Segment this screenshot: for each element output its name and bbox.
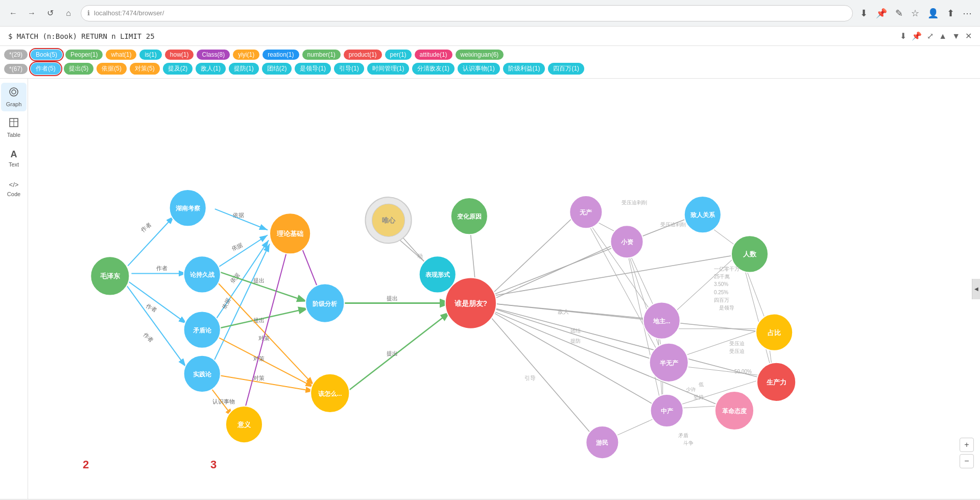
tag-item[interactable]: product(1)	[344, 50, 382, 60]
tag-item[interactable]: *(67)	[4, 64, 28, 74]
query-actions: ⬇ 📌 ⤢ ▲ ▼ ✕	[900, 31, 972, 41]
customize-icon[interactable]: ✎	[893, 6, 905, 21]
sidebar-item-code[interactable]: </>Code	[1, 174, 27, 201]
close-query-icon[interactable]: ✕	[965, 31, 972, 41]
svg-text:人数: 人数	[743, 250, 757, 258]
tag-item[interactable]: Peoper(1)	[65, 50, 103, 60]
tag-item[interactable]: 敌人(1)	[196, 63, 226, 75]
svg-text:作者: 作者	[139, 221, 152, 233]
zoom-in-button[interactable]: +	[960, 438, 974, 452]
svg-text:矛盾论: 矛盾论	[193, 327, 212, 334]
svg-text:依据: 依据	[233, 212, 244, 218]
svg-line-9	[128, 281, 186, 323]
svg-text:作者: 作者	[142, 331, 155, 344]
tag-item[interactable]: Class(8)	[197, 50, 230, 60]
tag-item[interactable]: 提防(1)	[229, 63, 259, 75]
tag-item[interactable]: Book(5)	[31, 50, 62, 60]
tag-item[interactable]: 引导(1)	[334, 63, 364, 75]
tag-item[interactable]: 提出(5)	[64, 63, 94, 75]
tag-item[interactable]: 阶级利益(1)	[503, 63, 545, 75]
svg-text:游民: 游民	[596, 439, 608, 446]
sidebar-item-graph[interactable]: Graph	[1, 83, 27, 111]
tag-item[interactable]: 作者(5)	[31, 63, 61, 75]
svg-text:该怎么...: 该怎么...	[318, 390, 342, 397]
tag-item[interactable]: how(1)	[165, 50, 194, 60]
svg-text:理论基础: 理论基础	[276, 230, 303, 237]
tag-row-1: *(29)Book(5)Peoper(1)what(1)is(1)how(1)C…	[4, 48, 976, 61]
svg-text:中产: 中产	[661, 408, 674, 415]
tag-item[interactable]: 分清敌友(1)	[412, 63, 455, 75]
sidebar-label-code: Code	[7, 191, 20, 197]
tag-item[interactable]: number(1)	[302, 50, 341, 60]
pin-icon[interactable]: 📌	[874, 6, 889, 21]
svg-line-5	[128, 216, 174, 266]
svg-line-49	[488, 309, 662, 409]
tag-item[interactable]: 提及(2)	[163, 63, 193, 75]
tag-item[interactable]: 团结(2)	[262, 63, 292, 75]
svg-text:低: 低	[699, 382, 704, 387]
tag-item[interactable]: what(1)	[106, 50, 136, 60]
svg-text:斗争: 斗争	[683, 440, 694, 446]
svg-text:作者: 作者	[156, 265, 168, 271]
zoom-out-button[interactable]: −	[960, 454, 974, 468]
bookmark-icon[interactable]: ☆	[909, 6, 921, 21]
menu-icon[interactable]: ⋯	[961, 6, 974, 21]
sidebar-icon-code: </>	[9, 178, 19, 189]
svg-text:认识事物: 认识事物	[212, 398, 235, 404]
svg-text:少许: 少许	[686, 387, 696, 392]
svg-text:提出: 提出	[387, 350, 398, 356]
svg-text:是领导: 是领导	[719, 305, 734, 311]
tag-item[interactable]: 认识事物(1)	[458, 63, 500, 75]
svg-text:占比: 占比	[768, 329, 781, 337]
refresh-button[interactable]: ↺	[43, 6, 57, 20]
svg-text:唯心: 唯心	[382, 217, 396, 224]
svg-point-0	[10, 88, 18, 96]
sidebar-icon-table	[9, 117, 19, 130]
tag-row-2: *(67)作者(5)提出(5)依据(5)对策(5)提及(2)敌人(1)提防(1)…	[4, 61, 976, 76]
tag-item[interactable]: 四百万(1)	[548, 63, 584, 75]
tag-item[interactable]: 依据(5)	[97, 63, 127, 75]
graph-svg: 作者 作者 作者 作者 依据 依据 依据 依据 提出	[28, 79, 980, 499]
sidebar-item-text[interactable]: AText	[1, 144, 27, 172]
tag-item[interactable]: 对策(5)	[130, 63, 160, 75]
svg-text:3.50%: 3.50%	[714, 281, 728, 287]
tag-item[interactable]: 时间管理(1)	[367, 63, 410, 75]
back-button[interactable]: ←	[6, 6, 20, 20]
share-icon[interactable]: ⬆	[945, 6, 957, 21]
tag-item[interactable]: reation(1)	[262, 50, 299, 60]
svg-text:提出: 提出	[387, 295, 398, 301]
sidebar-icon-graph	[9, 87, 19, 100]
pin-query-icon[interactable]: 📌	[912, 31, 922, 41]
tag-item[interactable]: attitude(1)	[415, 50, 452, 60]
profile-icon[interactable]: 👤	[925, 6, 941, 21]
svg-line-21	[217, 271, 307, 301]
sidebar-item-table[interactable]: Table	[1, 113, 27, 142]
nav-down-icon[interactable]: ▼	[952, 32, 960, 41]
browser-actions: ⬇ 📌 ✎ ☆ 👤 ⬆ ⋯	[858, 6, 974, 21]
address-bar[interactable]: ℹ localhost:7474/browser/	[81, 5, 853, 21]
url-text: localhost:7474/browser/	[94, 9, 164, 17]
svg-text:表现形式: 表现形式	[425, 271, 450, 278]
nav-up-icon[interactable]: ▲	[939, 32, 947, 41]
tag-item[interactable]: per(1)	[385, 50, 412, 60]
collapse-arrow[interactable]: ◀	[972, 279, 980, 299]
svg-text:引导: 引导	[524, 375, 536, 381]
svg-text:半无产: 半无产	[660, 360, 679, 367]
forward-button[interactable]: →	[25, 6, 39, 20]
svg-text:生产力: 生产力	[766, 378, 786, 386]
sidebar-label-text: Text	[9, 161, 19, 168]
svg-text:团结: 团结	[570, 328, 581, 334]
tag-item[interactable]: 是领导(1)	[295, 63, 331, 75]
tag-item[interactable]: *(29)	[4, 50, 28, 60]
svg-text:作者: 作者	[145, 302, 158, 313]
save-icon[interactable]: ⬇	[900, 31, 906, 41]
svg-line-52	[489, 216, 694, 296]
graph-area[interactable]: 作者 作者 作者 作者 依据 依据 依据 依据 提出	[28, 79, 980, 499]
fullscreen-icon[interactable]: ⤢	[927, 31, 934, 41]
svg-line-29	[215, 279, 314, 385]
home-button[interactable]: ⌂	[61, 6, 76, 20]
tag-item[interactable]: weixinguan(6)	[456, 50, 504, 60]
tag-item[interactable]: is(1)	[139, 50, 161, 60]
tag-item[interactable]: yiyi(1)	[233, 50, 259, 60]
download-icon[interactable]: ⬇	[858, 6, 870, 21]
